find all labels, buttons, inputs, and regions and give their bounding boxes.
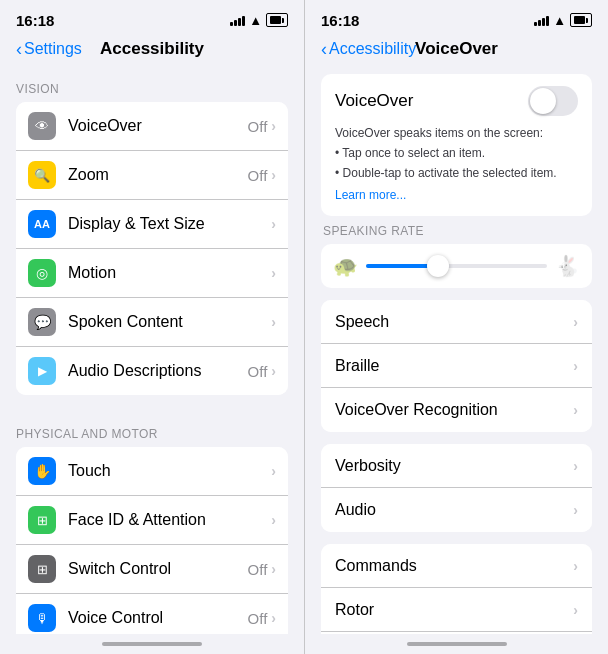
right-signal-icon (534, 14, 549, 26)
chevron-right-icon: › (271, 216, 276, 232)
right-time: 16:18 (321, 12, 359, 29)
item-label: Rotor (335, 601, 573, 619)
item-label: Audio (335, 501, 573, 519)
chevron-right-icon: › (271, 561, 276, 577)
voiceover-desc-title: VoiceOver speaks items on the screen: (335, 124, 578, 142)
list-item[interactable]: ◎ Motion › (16, 249, 288, 298)
left-status-icons: ▲ (230, 13, 288, 28)
battery-icon (266, 13, 288, 27)
item-label: Braille (335, 357, 573, 375)
list-item[interactable]: ▶ Audio Descriptions Off › (16, 347, 288, 395)
voiceover-toggle-label: VoiceOver (335, 91, 413, 111)
list-item[interactable]: 👁 VoiceOver Off › (16, 102, 288, 151)
right-item[interactable]: Rotor › (321, 588, 592, 632)
toggle-knob (530, 88, 556, 114)
right-back-button[interactable]: ‹ Accessibility (321, 40, 416, 58)
right-home-bar (407, 642, 507, 646)
right-nav-bar: ‹ Accessibility VoiceOver (305, 36, 608, 66)
chevron-right-icon: › (271, 610, 276, 626)
zoom-icon: 🔍 (28, 161, 56, 189)
item-value: Off (248, 118, 268, 135)
speaking-rate-section: SPEAKING RATE 🐢 🐇 (321, 224, 592, 288)
group1-wrapper: Speech › Braille › VoiceOver Recognition… (305, 300, 608, 432)
right-item[interactable]: Audio › (321, 488, 592, 532)
voiceover-toggle[interactable] (528, 86, 578, 116)
face-id-icon: ⊞ (28, 506, 56, 534)
item-label: Spoken Content (68, 313, 267, 331)
voiceover-desc-item-2: • Double-tap to activate the selected it… (335, 164, 578, 182)
speaking-rate-label: SPEAKING RATE (321, 224, 592, 238)
right-back-label: Accessibility (329, 40, 416, 58)
right-panel: 16:18 ▲ ‹ Access (304, 0, 608, 654)
group1: Speech › Braille › VoiceOver Recognition… (321, 300, 592, 432)
item-label: Switch Control (68, 560, 248, 578)
chevron-right-icon: › (573, 358, 578, 374)
item-label: Display & Text Size (68, 215, 267, 233)
left-status-bar: 16:18 ▲ (0, 0, 304, 36)
right-battery-icon (570, 13, 592, 27)
learn-more-link[interactable]: Learn more... (335, 186, 578, 204)
voice-control-icon: 🎙 (28, 604, 56, 632)
left-nav-bar: ‹ Settings Accessibility (0, 36, 304, 66)
item-label: Face ID & Attention (68, 511, 267, 529)
right-item[interactable]: Commands › (321, 544, 592, 588)
item-value: Off (248, 167, 268, 184)
chevron-right-icon: › (271, 512, 276, 528)
home-bar (102, 642, 202, 646)
right-item[interactable]: VoiceOver Recognition › (321, 388, 592, 432)
right-wifi-icon: ▲ (553, 13, 566, 28)
turtle-icon: 🐢 (333, 254, 358, 278)
signal-icon (230, 14, 245, 26)
right-item[interactable]: Verbosity › (321, 444, 592, 488)
item-value: Off (248, 363, 268, 380)
item-value: Off (248, 610, 268, 627)
left-panel: 16:18 ▲ ‹ Settin (0, 0, 304, 654)
voiceover-description: VoiceOver speaks items on the screen: • … (335, 124, 578, 204)
list-item[interactable]: AA Display & Text Size › (16, 200, 288, 249)
list-item[interactable]: ⊞ Switch Control Off › (16, 545, 288, 594)
list-item[interactable]: 🔍 Zoom Off › (16, 151, 288, 200)
chevron-right-icon: › (573, 402, 578, 418)
voiceover-toggle-card: VoiceOver VoiceOver speaks items on the … (321, 74, 592, 216)
item-label: Motion (68, 264, 267, 282)
group3-wrapper: Commands › Rotor › Activities › Typing › (305, 544, 608, 634)
chevron-right-icon: › (271, 265, 276, 281)
chevron-right-icon: › (573, 314, 578, 330)
right-nav-title: VoiceOver (415, 39, 498, 59)
touch-icon: ✋ (28, 457, 56, 485)
chevron-right-icon: › (573, 558, 578, 574)
voiceover-desc-item-1: • Tap once to select an item. (335, 144, 578, 162)
switch-control-icon: ⊞ (28, 555, 56, 583)
item-label: Voice Control (68, 609, 248, 627)
voiceover-icon: 👁 (28, 112, 56, 140)
physical-motor-section-header: PHYSICAL AND MOTOR (0, 411, 304, 447)
speaking-rate-card: 🐢 🐇 (321, 244, 592, 288)
list-item[interactable]: 🎙 Voice Control Off › (16, 594, 288, 634)
wifi-icon: ▲ (249, 13, 262, 28)
group3: Commands › Rotor › Activities › Typing › (321, 544, 592, 634)
list-item[interactable]: ⊞ Face ID & Attention › (16, 496, 288, 545)
right-item[interactable]: Braille › (321, 344, 592, 388)
right-back-chevron-icon: ‹ (321, 40, 327, 58)
chevron-right-icon: › (271, 314, 276, 330)
speaking-rate-slider[interactable] (366, 264, 547, 268)
item-label: Zoom (68, 166, 248, 184)
slider-thumb (427, 255, 449, 277)
item-label: Speech (335, 313, 573, 331)
left-scroll-area: VISION 👁 VoiceOver Off › 🔍 Zoom Off › AA… (0, 66, 304, 634)
left-back-label: Settings (24, 40, 82, 58)
list-item[interactable]: 💬 Spoken Content › (16, 298, 288, 347)
list-item[interactable]: ✋ Touch › (16, 447, 288, 496)
spoken-content-icon: 💬 (28, 308, 56, 336)
left-time: 16:18 (16, 12, 54, 29)
chevron-right-icon: › (271, 363, 276, 379)
left-home-indicator (0, 634, 304, 654)
group2-wrapper: Verbosity › Audio › (305, 444, 608, 532)
chevron-right-icon: › (271, 118, 276, 134)
right-item[interactable]: Speech › (321, 300, 592, 344)
left-back-button[interactable]: ‹ Settings (16, 40, 82, 58)
right-home-indicator (305, 634, 608, 654)
group2: Verbosity › Audio › (321, 444, 592, 532)
chevron-right-icon: › (573, 602, 578, 618)
right-status-icons: ▲ (534, 13, 592, 28)
